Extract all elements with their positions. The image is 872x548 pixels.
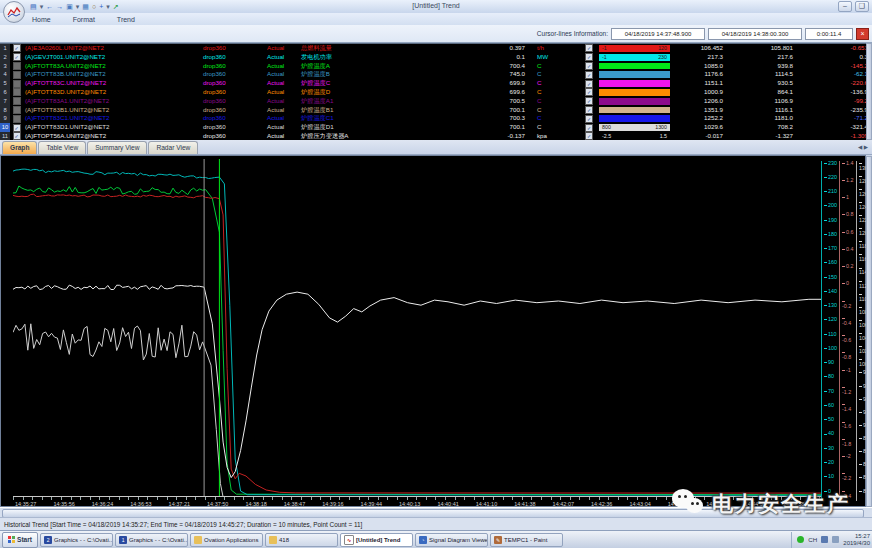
taskbar-button-tempc1-paint[interactable]: ✎TEMPC1 - Paint (490, 533, 563, 547)
cursor-difference: -145.2 (797, 62, 872, 71)
checkbox-icon: ✓ (585, 88, 593, 96)
taskbar-button-graphics-c-ovati-[interactable]: 1Graphics - - C:\Ovati... (115, 533, 188, 547)
checkbox-icon: ✓ (585, 71, 593, 79)
dropdown-icon[interactable]: ▾ (76, 3, 80, 11)
checkbox-icon: ✓ (585, 53, 593, 61)
cursor-info-close-icon[interactable]: × (856, 28, 869, 40)
menu-item-trend[interactable]: Trend (117, 16, 135, 23)
add-icon[interactable]: + (99, 3, 103, 10)
visibility-checkbox[interactable] (10, 97, 23, 106)
table-vertical-scrollbar[interactable] (866, 43, 872, 140)
trend-graph-panel[interactable]: 14:35:2714:35:5614:36:2414:36:5314:37:21… (0, 155, 866, 507)
taskbar-clock[interactable]: 15:27 2019/4/30 (843, 533, 870, 547)
scale-checkbox[interactable]: ✓ (581, 79, 597, 88)
signal-mode: Actual (263, 106, 299, 115)
trend-plot[interactable] (13, 159, 821, 497)
signal-current-value: 700.3 (439, 114, 529, 123)
cursor1-time-field[interactable]: 04/18/2019 14:37:48.900 (611, 28, 705, 40)
checkbox-icon (13, 97, 21, 105)
y-tick-label: 0 (824, 489, 831, 494)
cursor-delta-field[interactable]: 0:00:11.4 (805, 28, 853, 40)
taskbar-button--untitled-trend[interactable]: ∿[Untitled] Trend (340, 533, 413, 547)
tab-table-view[interactable]: Table View (38, 141, 86, 154)
table-row[interactable]: 5(A)FTOTT83C.UNIT2@NET2drop360Actual炉膛温度… (0, 79, 872, 88)
start-button[interactable]: Start (2, 532, 38, 548)
minimize-button[interactable]: – (838, 1, 852, 12)
cursor-difference: -71.2 (797, 114, 872, 123)
taskbar-button-418[interactable]: 418 (265, 533, 338, 547)
zoom-icon[interactable]: ○ (92, 3, 96, 10)
scale-checkbox[interactable]: ✓ (581, 114, 597, 123)
scale-checkbox[interactable]: ✓ (581, 123, 597, 132)
scale-checkbox[interactable]: ✓ (581, 53, 597, 62)
taskbar-button-ovation-applications[interactable]: Ovation Applications (190, 533, 263, 547)
dropdown-icon[interactable]: ▾ (106, 3, 110, 11)
tray-volume-icon[interactable] (832, 536, 839, 543)
taskbar-button-signal-diagram-viewe-[interactable]: ◔Signal Diagram Viewe... (415, 533, 488, 547)
table-row[interactable]: 6(A)FTOTT83D.UNIT2@NET2drop360Actual炉膛温度… (0, 88, 872, 97)
scale-checkbox[interactable]: ✓ (581, 106, 597, 115)
visibility-checkbox[interactable] (10, 106, 23, 115)
tray-status-icon[interactable] (797, 536, 804, 543)
scale-checkbox[interactable]: ✓ (581, 70, 597, 79)
tab-summary-view[interactable]: Summary View (87, 141, 147, 154)
restore-button[interactable]: ❑ (855, 1, 869, 12)
visibility-checkbox[interactable] (10, 70, 23, 79)
table-row[interactable]: 2✓(A)GEVJT001.UNIT2@NET2drop360Actual发电机… (0, 53, 872, 62)
menu-item-home[interactable]: Home (32, 16, 51, 23)
scale-color-bar (597, 114, 673, 123)
scale-checkbox[interactable]: ✓ (581, 97, 597, 106)
y-tick-label: 90 (824, 360, 834, 365)
scale-min: -1 (602, 53, 607, 62)
grid-icon[interactable]: ▦ (82, 3, 89, 11)
table-row[interactable]: 7(A)FTOTT83A1.UNIT2@NET2drop360Actual炉膛温… (0, 97, 872, 106)
signal-units: C (529, 97, 581, 106)
table-row[interactable]: 8(A)FTOTT83B1.UNIT2@NET2drop360Actual炉膛温… (0, 106, 872, 115)
visibility-checkbox[interactable] (10, 62, 23, 71)
scale-color-bar (597, 62, 673, 71)
back-arrow-icon[interactable]: ← (46, 3, 53, 10)
y-tick-label: 230 (824, 161, 837, 166)
tab-scroll-arrows[interactable]: ◀ ▶ (858, 144, 868, 150)
visibility-checkbox[interactable]: ✓ (10, 53, 23, 62)
visibility-checkbox[interactable]: ✓ (10, 123, 23, 132)
trend-chart-icon[interactable]: ▤ (30, 3, 37, 11)
scale-min: -1 (602, 44, 607, 53)
view-tab-bar: GraphTable ViewSummary ViewRadar View◀ ▶ (0, 140, 872, 155)
live-trend-icon[interactable]: ↗ (113, 3, 119, 11)
table-row[interactable]: 3(A)FTOTT83A.UNIT2@NET2drop360Actual炉膛温度… (0, 62, 872, 71)
visibility-checkbox[interactable]: ✓ (10, 44, 23, 53)
taskbar-button-graphics-c-ovati-[interactable]: 2Graphics - - C:\Ovati... (40, 533, 113, 547)
signal-description: 炉膛温度A (299, 62, 439, 71)
scale-min: 800 (602, 123, 611, 132)
cursor1-value: 1029.6 (673, 123, 727, 132)
table-row[interactable]: 10✓(A)FTOTT83D1.UNIT2@NET2drop360Actual炉… (0, 123, 872, 132)
table-row[interactable]: 9(A)FTOTT83C1.UNIT2@NET2drop360Actual炉膛温… (0, 114, 872, 123)
menu-item-format[interactable]: Format (73, 16, 95, 23)
graph-vertical-scrollbar[interactable] (866, 156, 872, 507)
axis-line (839, 161, 840, 501)
language-indicator[interactable]: CH (808, 536, 817, 543)
signal-drop: drop360 (199, 62, 263, 71)
visibility-checkbox[interactable] (10, 88, 23, 97)
window-icon[interactable]: ▣ (66, 3, 73, 11)
table-row[interactable]: 4(A)FTOTT83B.UNIT2@NET2drop360Actual炉膛温度… (0, 70, 872, 79)
tab-graph[interactable]: Graph (2, 141, 37, 154)
y-tick-label: 80 (824, 374, 834, 379)
table-row[interactable]: 1✓(A)E3A0260L.UNIT2@NET2drop360Actual总燃料… (0, 44, 872, 53)
tray-app-icon[interactable] (821, 536, 828, 543)
scale-checkbox[interactable]: ✓ (581, 44, 597, 53)
y-tick-label: -2 (842, 454, 851, 459)
cursor1-value: 1000.9 (673, 88, 727, 97)
dropdown-icon[interactable]: ▾ (40, 3, 44, 11)
taskbar-button-label: Graphics - - C:\Ovati... (54, 537, 113, 543)
app-menu-button[interactable] (3, 1, 25, 23)
cursor2-time-field[interactable]: 04/18/2019 14:38:00.300 (708, 28, 802, 40)
scale-checkbox[interactable]: ✓ (581, 62, 597, 71)
scale-checkbox[interactable]: ✓ (581, 88, 597, 97)
visibility-checkbox[interactable] (10, 114, 23, 123)
tab-radar-view[interactable]: Radar View (148, 141, 198, 154)
y-tick-label: -0.6 (842, 333, 855, 343)
forward-arrow-icon[interactable]: → (56, 3, 63, 10)
visibility-checkbox[interactable] (10, 79, 23, 88)
